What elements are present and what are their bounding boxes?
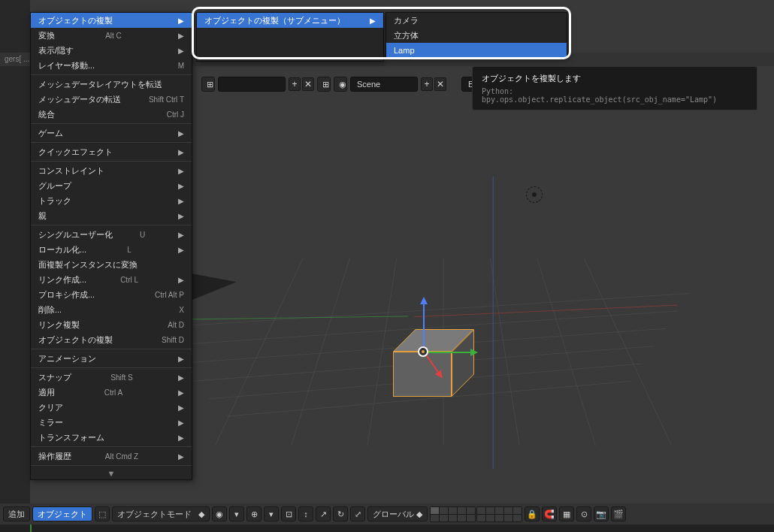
pivot-icon[interactable]: ⊕ — [246, 506, 262, 521]
svg-line-12 — [584, 258, 672, 446]
menu-item[interactable]: クリア▶ — [31, 400, 192, 415]
snap-type[interactable]: ▦ — [559, 506, 574, 521]
snap-target[interactable]: ⊙ — [576, 506, 591, 521]
highlight-box — [192, 7, 571, 59]
cube-object[interactable] — [391, 329, 466, 393]
menu-item[interactable]: 操作履歴Alt Cmd Z▶ — [31, 449, 192, 464]
menu-item[interactable]: 表示/隠す▶ — [31, 43, 192, 58]
plus-button[interactable]: + — [289, 77, 301, 91]
menu-title-duplicate[interactable]: オブジェクトの複製▶ — [31, 13, 192, 28]
menu-item[interactable]: シングルユーザー化U▶ — [31, 227, 192, 242]
menu-item[interactable]: 面複製インスタンスに変換 — [31, 257, 192, 272]
menu-item[interactable]: コンストレイント▶ — [31, 163, 192, 178]
browse-icon[interactable]: ⊞ — [201, 77, 215, 92]
manip-icon[interactable]: ↕ — [298, 506, 313, 521]
menu-item[interactable]: グループ▶ — [31, 178, 192, 193]
menu-item[interactable]: ローカル化...L▶ — [31, 242, 192, 257]
snap-toggle[interactable]: 🧲 — [542, 506, 557, 521]
lock-icon[interactable]: 🔒 — [525, 506, 540, 521]
svg-line-10 — [490, 258, 519, 446]
menu-item[interactable]: 適用Ctrl A▶ — [31, 385, 192, 400]
left-panel — [0, 0, 30, 532]
svg-line-13 — [156, 316, 408, 320]
shading-dd[interactable]: ▾ — [229, 506, 244, 521]
scene-icon[interactable]: ◉ — [334, 77, 347, 92]
lamp-icon — [526, 186, 543, 203]
svg-line-11 — [537, 258, 596, 446]
menu-item[interactable]: リンク作成...Ctrl L▶ — [31, 272, 192, 287]
menu-item[interactable]: ミラー▶ — [31, 415, 192, 430]
timeline[interactable] — [0, 524, 774, 532]
data-field[interactable] — [218, 77, 286, 92]
menu-item[interactable]: メッシュデータの転送Shift Ctrl T — [31, 92, 192, 107]
tooltip: オブジェクトを複製します Python: bpy.ops.object.repl… — [472, 66, 757, 110]
x-button[interactable]: ✕ — [302, 77, 314, 91]
menu-item[interactable]: プロキシ作成...Ctrl Alt P — [31, 287, 192, 302]
menu-scroll-down[interactable]: ▼ — [31, 467, 192, 479]
menu-item[interactable]: オブジェクトの複製Shift D — [31, 332, 192, 347]
footer-bar: 追加 オブジェクト ⬚ オブジェクトモード◆ ◉ ▾ ⊕ ▾ ⊡ ↕ ↗ ↻ ⤢… — [0, 503, 774, 524]
rotate-icon[interactable]: ↻ — [333, 506, 348, 521]
object-button[interactable]: オブジェクト — [32, 506, 92, 521]
layer-buttons[interactable] — [430, 506, 522, 522]
plus-button[interactable]: + — [421, 77, 433, 91]
tooltip-python: Python: bpy.ops.object.replicate_object(… — [482, 87, 748, 104]
menu-item[interactable]: 変換Alt C▶ — [31, 28, 192, 43]
menu-item[interactable]: アニメーション▶ — [31, 351, 192, 366]
menu-item[interactable]: リンク複製Alt D — [31, 317, 192, 332]
mode-select[interactable]: オブジェクトモード◆ — [112, 506, 210, 521]
scene-field[interactable]: Scene — [350, 77, 418, 92]
svg-line-14 — [414, 305, 678, 317]
menu-item[interactable]: トランスフォーム▶ — [31, 430, 192, 445]
scale-icon[interactable]: ⤢ — [350, 506, 365, 521]
menu-item[interactable]: レイヤー移動...M — [31, 58, 192, 73]
menu-item[interactable]: 統合Ctrl J — [31, 107, 192, 122]
orientation-select[interactable]: グローバル◆ — [367, 506, 428, 521]
render-anim-icon[interactable]: 🎬 — [611, 506, 626, 521]
translate-icon[interactable]: ↗ — [316, 506, 331, 521]
menu-item[interactable]: トラック▶ — [31, 193, 192, 208]
menu-item[interactable]: ゲーム▶ — [31, 125, 192, 141]
object-menu[interactable]: オブジェクトの複製▶ 変換Alt C▶表示/隠す▶レイヤー移動...Mメッシュデ… — [30, 12, 192, 480]
x-button[interactable]: ✕ — [434, 77, 446, 91]
add-button[interactable]: 追加 — [3, 506, 30, 521]
menu-item[interactable]: 削除...X — [31, 302, 192, 317]
limit-icon[interactable]: ⊡ — [281, 506, 296, 521]
menu-item[interactable]: メッシュデータレイアウトを転送 — [31, 77, 192, 92]
scene-browse-icon[interactable]: ⊞ — [317, 77, 331, 92]
tooltip-title: オブジェクトを複製します — [482, 73, 748, 84]
render-icon[interactable]: 📷 — [594, 506, 609, 521]
menu-item[interactable]: クイックエフェクト▶ — [31, 144, 192, 159]
mode-icon[interactable]: ⬚ — [95, 506, 110, 521]
menu-item[interactable]: 親▶ — [31, 208, 192, 223]
svg-line-7 — [292, 258, 350, 446]
menu-item[interactable]: スナップShift S▶ — [31, 370, 192, 385]
shading-icon[interactable]: ◉ — [212, 506, 227, 521]
pivot-dd[interactable]: ▾ — [264, 506, 279, 521]
